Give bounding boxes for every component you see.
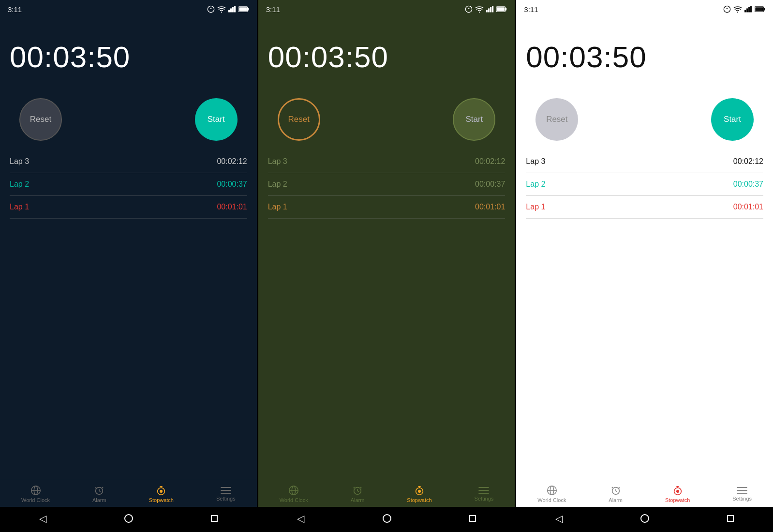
buttons-row: Reset Start (258, 98, 515, 150)
nav-label-settings: Settings (475, 496, 494, 502)
arch-icon (207, 5, 215, 13)
svg-point-1 (221, 12, 222, 13)
back-button[interactable]: ◁ (555, 513, 563, 524)
nav-item-stopwatch[interactable]: Stopwatch (149, 485, 174, 503)
lap-item-2: Lap 1 00:01:01 (526, 196, 763, 219)
phone-olive: 3:11 00:03:50 Reset Start Lap 3 00:02:12… (258, 0, 517, 532)
recents-button[interactable] (211, 515, 218, 522)
bottom-nav: World Clock Alarm Stopwatch Settings (258, 480, 515, 507)
lap-item-2: Lap 1 00:01:01 (268, 196, 505, 219)
svg-rect-53 (737, 493, 747, 494)
svg-rect-35 (479, 493, 489, 494)
nav-item-settings[interactable]: Settings (475, 487, 494, 502)
nav-item-alarm[interactable]: Alarm (351, 485, 365, 503)
globe-icon (30, 485, 41, 496)
svg-rect-40 (748, 7, 750, 12)
start-button[interactable]: Start (195, 98, 238, 141)
bottom-nav: World Clock Alarm Stopwatch Settings (0, 480, 257, 507)
nav-item-settings[interactable]: Settings (732, 487, 752, 502)
nav-item-world-clock[interactable]: World Clock (537, 485, 566, 503)
svg-rect-33 (479, 487, 489, 488)
svg-rect-22 (490, 7, 491, 12)
status-bar: 3:11 (516, 0, 773, 15)
lap-item-0: Lap 3 00:02:12 (268, 150, 505, 173)
svg-point-14 (160, 490, 163, 493)
reset-button[interactable]: Reset (19, 98, 62, 141)
alarm-icon (352, 485, 363, 496)
reset-button[interactable]: Reset (535, 98, 578, 141)
status-icons (465, 5, 507, 13)
battery-icon (755, 6, 765, 12)
nav-label-alarm: Alarm (609, 497, 623, 503)
svg-rect-3 (230, 8, 232, 12)
lap-name: Lap 2 (10, 180, 29, 189)
nav-item-world-clock[interactable]: World Clock (21, 485, 50, 503)
svg-rect-16 (221, 490, 231, 491)
nav-item-alarm[interactable]: Alarm (609, 485, 623, 503)
nav-label-stopwatch: Stopwatch (407, 497, 431, 503)
svg-point-19 (479, 12, 480, 13)
svg-rect-23 (492, 6, 493, 13)
globe-icon (288, 485, 299, 496)
status-time: 3:11 (524, 5, 538, 14)
home-button[interactable] (383, 514, 391, 523)
wifi-icon (475, 6, 484, 13)
stopwatch-icon (672, 485, 683, 496)
nav-item-world-clock[interactable]: World Clock (280, 485, 308, 503)
lap-time: 00:01:01 (475, 203, 505, 211)
lap-list: Lap 3 00:02:12 Lap 2 00:00:37 Lap 1 00:0… (0, 150, 257, 480)
lap-time: 00:00:37 (733, 180, 763, 189)
svg-rect-26 (497, 7, 505, 11)
recents-button[interactable] (469, 515, 476, 522)
stopwatch-icon (414, 485, 425, 496)
home-button[interactable] (124, 514, 133, 523)
nav-label-settings: Settings (732, 496, 752, 502)
nav-item-stopwatch[interactable]: Stopwatch (407, 485, 431, 503)
signal-icon (744, 6, 752, 13)
stopwatch-icon (156, 485, 166, 496)
nav-label-stopwatch: Stopwatch (665, 497, 690, 503)
lap-name: Lap 3 (526, 157, 545, 166)
svg-rect-5 (234, 6, 236, 13)
recents-button[interactable] (727, 515, 734, 522)
system-nav: ◁ (516, 507, 773, 532)
svg-rect-17 (221, 493, 231, 494)
svg-rect-38 (744, 10, 746, 13)
buttons-row: Reset Start (516, 98, 773, 150)
lap-list: Lap 3 00:02:12 Lap 2 00:00:37 Lap 1 00:0… (516, 150, 773, 480)
start-button[interactable]: Start (453, 98, 495, 141)
system-nav: ◁ (258, 507, 515, 532)
lap-list: Lap 3 00:02:12 Lap 2 00:00:37 Lap 1 00:0… (258, 150, 515, 480)
lap-name: Lap 1 (268, 203, 287, 211)
buttons-row: Reset Start (0, 98, 257, 150)
system-nav: ◁ (0, 507, 257, 532)
nav-item-alarm[interactable]: Alarm (92, 485, 106, 503)
svg-rect-2 (228, 10, 230, 13)
alarm-icon (610, 485, 621, 496)
phone-light: 3:11 00:03:50 Reset Start Lap 3 00:02:12… (516, 0, 773, 532)
lap-time: 00:02:12 (733, 157, 763, 166)
settings-icon (221, 487, 231, 494)
reset-button[interactable]: Reset (278, 98, 320, 141)
back-button[interactable]: ◁ (39, 513, 46, 524)
signal-icon (486, 6, 494, 13)
svg-rect-25 (505, 8, 507, 10)
start-button[interactable]: Start (711, 98, 754, 141)
svg-rect-20 (486, 10, 488, 13)
lap-name: Lap 2 (268, 180, 287, 189)
lap-item-0: Lap 3 00:02:12 (526, 150, 763, 173)
nav-item-settings[interactable]: Settings (216, 487, 236, 502)
back-button[interactable]: ◁ (297, 513, 304, 524)
timer-display: 00:03:50 (0, 15, 257, 98)
lap-time: 00:00:37 (475, 180, 505, 189)
nav-label-world-clock: World Clock (537, 497, 566, 503)
home-button[interactable] (640, 514, 649, 523)
lap-item-1: Lap 2 00:00:37 (526, 173, 763, 196)
phone-dark: 3:11 00:03:50 Reset Start Lap 3 00:02:12… (0, 0, 258, 532)
lap-name: Lap 3 (10, 157, 29, 166)
svg-rect-7 (247, 8, 249, 10)
arch-icon (723, 5, 731, 13)
lap-item-1: Lap 2 00:00:37 (268, 173, 505, 196)
nav-item-stopwatch[interactable]: Stopwatch (665, 485, 690, 503)
nav-label-alarm: Alarm (92, 497, 106, 503)
